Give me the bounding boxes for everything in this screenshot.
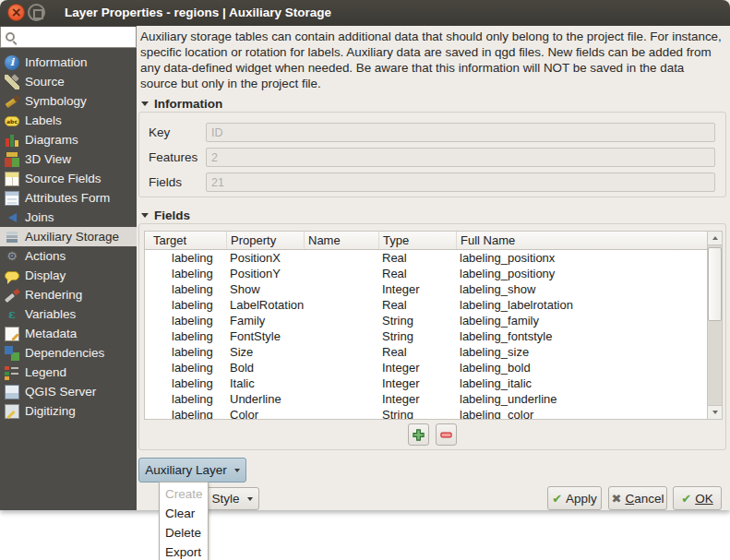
sidebar-item-label: Labels — [25, 113, 62, 127]
sidebar-item-actions[interactable]: Actions — [0, 246, 137, 266]
column-header-full_name[interactable]: Full Name — [456, 232, 707, 249]
sidebar-item-diagrams[interactable]: Diagrams — [0, 130, 137, 149]
cell-property: Show — [226, 281, 304, 297]
sidebar-item-3d-view[interactable]: 3D View — [0, 149, 137, 169]
column-header-type[interactable]: Type — [378, 232, 456, 249]
table-row[interactable]: labelingShowIntegerlabeling_show — [145, 281, 707, 297]
restore-icon[interactable] — [28, 4, 45, 21]
sidebar-item-label: Auxiliary Storage — [25, 230, 119, 244]
sidebar-item-qgis-server[interactable]: QGIS Server — [0, 382, 137, 401]
table-scrollbar[interactable] — [707, 232, 722, 419]
collapse-triangle-icon — [141, 213, 149, 218]
auxiliary-storage-description: Auxiliary storage tables can contain add… — [140, 29, 724, 91]
sidebar-item-auxiliary-storage[interactable]: Auxiliary Storage — [0, 227, 137, 246]
scroll-up-icon[interactable] — [708, 232, 722, 245]
cell-type: Integer — [378, 281, 456, 297]
paintbrush-icon — [5, 288, 19, 303]
features-label: Features — [149, 148, 197, 167]
cell-name — [304, 250, 378, 266]
menu-item-export[interactable]: Export — [160, 542, 208, 560]
remove-field-button[interactable] — [436, 423, 457, 446]
apply-button[interactable]: ✔ Apply — [547, 486, 602, 510]
fields-label: Fields — [149, 173, 182, 192]
sidebar-item-source-fields[interactable]: Source Fields — [0, 169, 137, 188]
column-header-target[interactable]: Target — [145, 232, 226, 249]
sidebar-item-label: Actions — [25, 249, 66, 263]
close-icon[interactable] — [7, 4, 25, 21]
information-group: Key Features Fields — [138, 112, 726, 197]
cell-target: labeling — [145, 328, 226, 344]
fields-group: TargetPropertyNameTypeFull Name labeling… — [138, 223, 726, 450]
scroll-down-icon[interactable] — [708, 405, 722, 419]
sidebar-item-information[interactable]: Information — [0, 53, 137, 72]
speech-bubble-icon — [5, 271, 19, 280]
cell-property: FontStyle — [226, 328, 304, 344]
table-row[interactable]: labelingItalicIntegerlabeling_italic — [145, 375, 707, 391]
style-button[interactable]: Style — [205, 487, 259, 510]
cell-type: Integer — [378, 375, 456, 391]
sidebar-item-label: Metadata — [25, 327, 77, 340]
table-row[interactable]: labelingLabelRotationReallabeling_labelr… — [145, 297, 707, 313]
features-field — [206, 148, 715, 167]
sidebar-item-attributes-form[interactable]: Attributes Form — [0, 188, 137, 208]
cell-full_name: labeling_show — [456, 281, 707, 297]
table-row[interactable]: labelingUnderlineIntegerlabeling_underli… — [145, 391, 707, 407]
labels-icon — [5, 116, 19, 126]
sidebar-item-digitizing[interactable]: Digitizing — [0, 401, 137, 421]
add-field-button[interactable] — [408, 423, 429, 446]
sidebar-item-variables[interactable]: Variables — [0, 304, 137, 324]
cell-target: labeling — [145, 375, 226, 391]
scrollbar-thumb[interactable] — [708, 247, 722, 321]
table-row[interactable]: labelingSizeReallabeling_size — [145, 344, 707, 360]
table-row[interactable]: labelingColorStringlabeling_color — [145, 407, 707, 419]
sidebar-item-label: Display — [25, 268, 66, 282]
column-header-name[interactable]: Name — [304, 232, 378, 249]
cell-target: labeling — [145, 344, 226, 360]
information-section-header[interactable]: Information — [141, 97, 222, 111]
auxiliary-layer-button[interactable]: Auxiliary Layer — [138, 458, 246, 483]
cell-property: Color — [226, 407, 304, 419]
aux-layer-menu: CreateClearDeleteExport — [159, 482, 209, 560]
sidebar-item-display[interactable]: Display — [0, 266, 137, 285]
cell-name — [304, 328, 378, 344]
sidebar-search-box[interactable] — [0, 27, 137, 48]
apply-button-label: Apply — [566, 492, 597, 506]
sidebar-item-label: Joins — [25, 210, 54, 224]
cell-property: Italic — [226, 375, 304, 391]
sidebar-item-joins[interactable]: Joins — [0, 208, 137, 227]
titlebar[interactable]: Layer Properties - regions | Auxiliary S… — [0, 0, 730, 26]
sidebar-item-metadata[interactable]: Metadata — [0, 324, 137, 343]
cancel-button[interactable]: ✖ Cancel — [608, 486, 667, 510]
cell-name — [304, 313, 378, 328]
cell-full_name: labeling_fontstyle — [456, 328, 707, 344]
cell-target: labeling — [145, 313, 226, 328]
menu-item-clear[interactable]: Clear — [160, 504, 208, 523]
ok-button[interactable]: ✔ OK — [673, 486, 722, 510]
sidebar-item-label: Variables — [25, 307, 76, 321]
sidebar-item-label: Attributes Form — [25, 191, 110, 205]
sidebar-item-source[interactable]: Source — [0, 72, 137, 91]
cell-property: Family — [226, 313, 304, 328]
table-row[interactable]: labelingFamilyStringlabeling_family — [145, 313, 707, 328]
sidebar-search-input[interactable] — [18, 28, 134, 45]
table-row[interactable]: labelingFontStyleStringlabeling_fontstyl… — [145, 328, 707, 344]
fields-field — [206, 173, 715, 192]
cell-target: labeling — [145, 360, 226, 375]
table-row[interactable]: labelingPositionYReallabeling_positiony — [145, 266, 707, 281]
cell-full_name: labeling_positionx — [456, 250, 707, 266]
column-header-property[interactable]: Property — [226, 232, 304, 249]
sidebar-item-label: Dependencies — [25, 346, 104, 360]
sidebar-item-legend[interactable]: Legend — [0, 363, 137, 382]
sidebar-item-dependencies[interactable]: Dependencies — [0, 343, 137, 363]
menu-item-create: Create — [160, 484, 208, 504]
chevron-down-icon — [247, 497, 253, 501]
table-row[interactable]: labelingBoldIntegerlabeling_bold — [145, 360, 707, 375]
table-row[interactable]: labelingPositionXReallabeling_positionx — [145, 250, 707, 266]
menu-item-delete[interactable]: Delete — [160, 523, 208, 542]
sidebar-item-labels[interactable]: Labels — [0, 111, 137, 130]
cell-name — [304, 266, 378, 281]
sidebar-item-symbology[interactable]: Symbology — [0, 91, 137, 111]
sidebar-item-rendering[interactable]: Rendering — [0, 285, 137, 304]
fields-section-header[interactable]: Fields — [141, 209, 190, 222]
cell-full_name: labeling_positiony — [456, 266, 707, 281]
